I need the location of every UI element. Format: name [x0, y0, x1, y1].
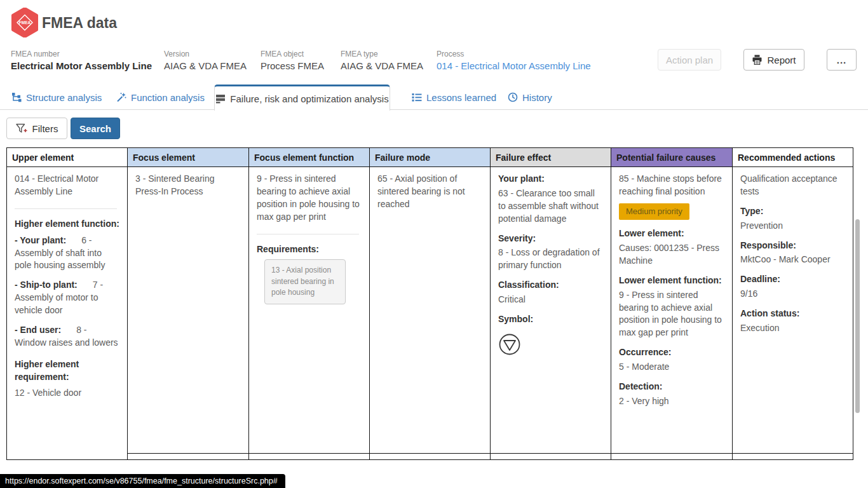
- column-header-upper-element: Upper element: [7, 148, 128, 167]
- action-plan-label: Action plan: [666, 55, 713, 65]
- list-icon: [412, 92, 422, 102]
- symbol-item: Symbol:: [498, 313, 603, 326]
- cell-recommended-actions: Qualification acceptance tests Type:Prev…: [733, 167, 853, 454]
- type-item: Type:Prevention: [740, 205, 845, 233]
- column-header-focus-element-function: Focus element function: [249, 148, 370, 167]
- tab-label: Failure, risk and optimization analysis: [230, 93, 388, 104]
- priority-badge: Medium priority: [619, 203, 689, 220]
- version-label: Version: [164, 50, 247, 58]
- detection-item: Detection:2 - Very high: [619, 381, 724, 408]
- funnel-icon: [16, 123, 27, 133]
- table-header-row: Upper element Focus element Focus elemen…: [7, 148, 853, 167]
- printer-icon: [752, 55, 763, 65]
- fmea-number-value: Electrical Motor Assembly Line: [11, 60, 152, 71]
- fmea-object-label: FMEA object: [261, 50, 324, 58]
- clock-icon: [508, 92, 518, 102]
- rows-icon: [215, 93, 226, 104]
- tab-failure-risk-optimization-analysis[interactable]: Failure, risk and optimization analysis: [214, 85, 390, 111]
- tab-label: Lessons learned: [426, 92, 496, 103]
- ship-to-plant-item: - Ship-to plant:7 - Assembly of motor to…: [15, 279, 119, 317]
- tab-structure-analysis[interactable]: Structure analysis: [11, 85, 102, 110]
- more-options-button[interactable]: ...: [827, 49, 857, 71]
- meta-process: Process 014 - Electrical Motor Assembly …: [437, 50, 591, 72]
- column-header-failure-effect: Failure effect: [491, 148, 611, 167]
- table-row: 014 - Electrical Motor Assembly Line Hig…: [7, 167, 853, 454]
- page-title: FMEA data: [42, 15, 117, 32]
- tree-icon: [11, 92, 22, 102]
- cause-title: 85 - Machine stops before reaching final…: [619, 173, 724, 198]
- classification-item: Classification:Critical: [498, 279, 603, 306]
- action-status-item: Action status:Execution: [740, 308, 845, 335]
- lower-element-item: Lower element:Causes: 0001235 - Press Ma…: [619, 227, 724, 268]
- report-button[interactable]: Report: [743, 49, 804, 71]
- action-plan-button[interactable]: Action plan: [658, 49, 721, 71]
- vertical-scrollbar-thumb[interactable]: [855, 219, 860, 413]
- tab-lessons-learned[interactable]: Lessons learned: [412, 85, 496, 110]
- divider: [15, 208, 117, 209]
- responsible-item: Responsible:MktCoo - Mark Cooper: [740, 240, 845, 267]
- fmea-type-value: AIAG & VDA FMEA: [341, 60, 423, 71]
- critical-symbol-icon: [498, 333, 603, 360]
- column-header-recommended-actions: Recommended actions: [733, 148, 853, 167]
- higher-element-function-heading: Higher element function:: [15, 218, 119, 231]
- version-value: AIAG & VDA FMEA: [164, 60, 247, 71]
- tab-function-analysis[interactable]: Function analysis: [116, 85, 205, 110]
- higher-element-requirement-value: 12 - Vehicle door: [15, 387, 119, 400]
- process-label: Process: [437, 50, 591, 58]
- lower-element-function-item: Lower element function:9 - Press in sint…: [619, 274, 724, 339]
- cell-upper-element: 014 - Electrical Motor Assembly Line Hig…: [7, 167, 128, 460]
- focus-element-value: 3 - Sintered Bearing Press-In Process: [135, 173, 241, 198]
- fmea-object-value: Process FMEA: [261, 60, 324, 71]
- failure-mode-value: 65 - Axial position of sintered bearing …: [377, 173, 482, 211]
- filters-button[interactable]: Filters: [6, 118, 67, 139]
- meta-fmea-object: FMEA object Process FMEA: [261, 50, 324, 72]
- tab-history[interactable]: History: [508, 85, 552, 110]
- status-bar-url: https://endor.softexpert.com/se/v86755/f…: [0, 474, 285, 488]
- filters-label: Filters: [32, 123, 58, 134]
- column-header-potential-failure-causes: Potential failure causes: [611, 148, 733, 167]
- upper-element-value: 014 - Electrical Motor Assembly Line: [15, 173, 119, 198]
- deadline-item: Deadline:9/16: [740, 273, 845, 301]
- more-options-icon: ...: [837, 55, 847, 65]
- requirement-card[interactable]: 13 - Axial position sintered bearing in …: [264, 259, 346, 304]
- tab-bar: Structure analysis Function analysis Fai…: [0, 85, 868, 110]
- cell-failure-effect: Your plant:63 - Clearance too small to a…: [491, 167, 611, 454]
- meta-version: Version AIAG & VDA FMEA: [164, 50, 247, 72]
- your-plant-effect: Your plant:63 - Clearance too small to a…: [498, 173, 603, 226]
- requirements-heading: Requirements:: [257, 243, 362, 256]
- search-button[interactable]: Search: [71, 118, 120, 139]
- cell-focus-element: 3 - Sintered Bearing Press-In Process: [128, 167, 249, 454]
- meta-fmea-number: FMEA number Electrical Motor Assembly Li…: [11, 50, 152, 72]
- column-header-focus-element: Focus element: [128, 148, 249, 167]
- occurrence-item: Occurrence:5 - Moderate: [619, 346, 724, 374]
- tab-label: Function analysis: [131, 92, 205, 103]
- tab-label: History: [522, 92, 552, 103]
- recommended-action-title: Qualification acceptance tests: [740, 173, 845, 198]
- wand-icon: [116, 92, 126, 102]
- table-row-partial: [7, 454, 853, 460]
- cell-focus-element-function: 9 - Press in sintered bearing to achieve…: [249, 167, 370, 454]
- search-label: Search: [79, 123, 111, 134]
- cell-failure-mode: 65 - Axial position of sintered bearing …: [370, 167, 491, 454]
- column-header-failure-mode: Failure mode: [370, 148, 491, 167]
- focus-function-text: 9 - Press in sintered bearing to achieve…: [257, 173, 362, 224]
- cell-potential-failure-causes: 85 - Machine stops before reaching final…: [611, 167, 733, 454]
- report-label: Report: [767, 55, 796, 65]
- fmea-number-label: FMEA number: [11, 50, 152, 58]
- severity-item: Severity:8 - Loss or degradation of prim…: [498, 233, 603, 273]
- tab-label: Structure analysis: [26, 92, 102, 103]
- higher-element-requirement-heading: Higher element requirement:: [15, 358, 119, 384]
- meta-fmea-type: FMEA type AIAG & VDA FMEA: [341, 50, 423, 72]
- fmea-type-label: FMEA type: [341, 50, 423, 58]
- svg-text:FMEA: FMEA: [19, 20, 31, 25]
- process-link[interactable]: 014 - Electrical Motor Assembly Line: [437, 60, 591, 71]
- divider: [257, 234, 359, 234]
- fmea-logo-icon: FMEA: [11, 8, 39, 37]
- end-user-item: - End user:8 - Window raises and lowers: [15, 324, 119, 349]
- your-plant-item: - Your plant:6 - Assembly of shaft into …: [15, 234, 119, 273]
- fmea-table: Upper element Focus element Focus elemen…: [6, 147, 853, 460]
